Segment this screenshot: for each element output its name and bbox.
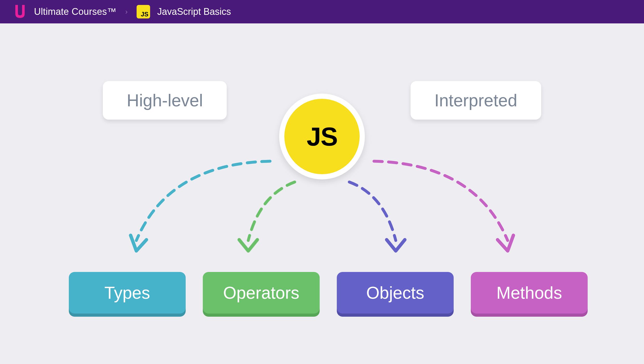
concept-label: Methods xyxy=(496,283,562,303)
brand-name[interactable]: Ultimate Courses™ xyxy=(34,6,116,17)
js-center-inner: JS xyxy=(284,99,360,174)
diagram-canvas: High-level Interpreted JS Types Operator… xyxy=(0,23,644,364)
concept-operators: Operators xyxy=(203,272,320,314)
property-pill-high-level: High-level xyxy=(103,81,227,120)
concept-label: Types xyxy=(104,283,150,303)
concept-label: Objects xyxy=(366,283,424,303)
concept-objects: Objects xyxy=(337,272,454,314)
brand-logo-icon xyxy=(14,4,27,19)
breadcrumb-chevron-icon: › xyxy=(125,8,128,16)
js-center-node: JS xyxy=(279,94,365,179)
js-badge-icon: JS xyxy=(137,5,150,18)
concept-label: Operators xyxy=(223,283,299,303)
property-label: Interpreted xyxy=(434,91,517,110)
concept-types: Types xyxy=(69,272,186,314)
js-badge-text: JS xyxy=(141,11,148,17)
property-label: High-level xyxy=(127,91,203,110)
property-pill-interpreted: Interpreted xyxy=(411,81,541,120)
concept-methods: Methods xyxy=(471,272,588,314)
header-bar: Ultimate Courses™ › JS JavaScript Basics xyxy=(0,0,644,23)
course-title[interactable]: JavaScript Basics xyxy=(157,6,231,17)
js-center-label: JS xyxy=(307,122,337,152)
